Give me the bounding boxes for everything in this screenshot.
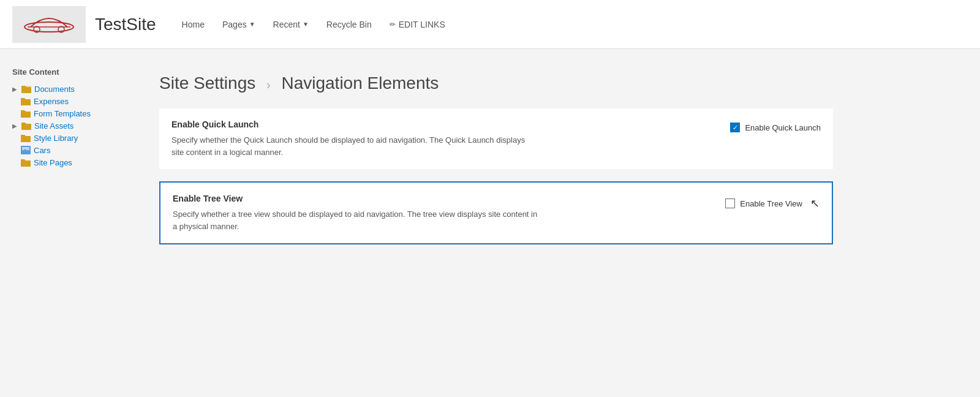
quick-launch-text: Enable Quick Launch Specify whether the … — [172, 119, 539, 158]
quick-launch-checkbox-label: Enable Quick Launch — [745, 123, 821, 132]
tree-view-control: Enable Tree View ↖ — [725, 197, 820, 210]
tree-view-row: Enable Tree View Specify whether a tree … — [173, 194, 820, 232]
content-area: Site Settings › Navigation Elements Enab… — [147, 67, 845, 263]
cursor-indicator: ↖ — [810, 197, 820, 210]
page-heading: Site Settings › Navigation Elements — [159, 74, 833, 93]
folder-icon — [21, 133, 31, 143]
image-icon — [21, 145, 31, 155]
quick-launch-section: Enable Quick Launch Specify whether the … — [159, 108, 833, 169]
heading-separator: › — [266, 78, 271, 91]
nav-edit-links[interactable]: ✏ EDIT LINKS — [382, 15, 453, 34]
expand-icon: ▶ — [12, 86, 17, 93]
folder-icon — [21, 121, 31, 130]
sidebar-item-form-templates[interactable]: Form Templates — [12, 107, 123, 119]
logo-box — [12, 6, 86, 43]
nav-home[interactable]: Home — [175, 15, 212, 34]
sidebar-item-site-assets[interactable]: ▶ Site Assets — [12, 119, 123, 132]
sidebar-item-expenses[interactable]: Expenses — [12, 95, 123, 107]
logo-area: TestSite — [12, 6, 156, 43]
pages-chevron-icon: ▼ — [249, 21, 255, 28]
tree-view-checkbox[interactable] — [725, 198, 735, 208]
site-title: TestSite — [95, 15, 156, 34]
main-layout: Site Content ▶ Documents Expenses Form T… — [0, 49, 858, 281]
sidebar-item-style-library[interactable]: Style Library — [12, 132, 123, 144]
folder-icon — [21, 157, 31, 167]
quick-launch-description: Specify whether the Quick Launch should … — [172, 134, 539, 158]
logo-image — [21, 13, 77, 35]
sidebar-item-documents[interactable]: ▶ Documents — [12, 83, 123, 95]
quick-launch-checkbox[interactable]: ✓ — [730, 123, 740, 132]
nav-recycle-bin[interactable]: Recycle Bin — [319, 15, 379, 34]
folder-icon — [21, 108, 31, 118]
navigation-bar: Home Pages ▼ Recent ▼ Recycle Bin ✏ EDIT… — [175, 15, 453, 34]
sidebar-title: Site Content — [12, 67, 123, 77]
recent-chevron-icon: ▼ — [303, 21, 309, 28]
tree-view-title: Enable Tree View — [173, 194, 540, 203]
tree-view-checkbox-label: Enable Tree View — [740, 199, 802, 208]
pencil-icon: ✏ — [390, 20, 396, 29]
folder-icon — [21, 84, 31, 94]
sidebar-item-cars[interactable]: Cars — [12, 144, 123, 156]
tree-view-text: Enable Tree View Specify whether a tree … — [173, 194, 540, 232]
quick-launch-row: Enable Quick Launch Specify whether the … — [172, 119, 821, 158]
quick-launch-title: Enable Quick Launch — [172, 119, 539, 129]
expand-icon: ▶ — [12, 123, 17, 129]
sidebar-item-site-pages[interactable]: Site Pages — [12, 156, 123, 168]
tree-view-section: Enable Tree View Specify whether a tree … — [159, 181, 833, 244]
nav-pages[interactable]: Pages ▼ — [215, 15, 263, 34]
sidebar: Site Content ▶ Documents Expenses Form T… — [12, 67, 123, 263]
tree-view-description: Specify whether a tree view should be di… — [173, 208, 540, 232]
header: TestSite Home Pages ▼ Recent ▼ Recycle B… — [0, 0, 980, 49]
quick-launch-control: ✓ Enable Quick Launch — [730, 123, 821, 132]
nav-recent[interactable]: Recent ▼ — [266, 15, 316, 34]
folder-icon — [21, 96, 31, 106]
